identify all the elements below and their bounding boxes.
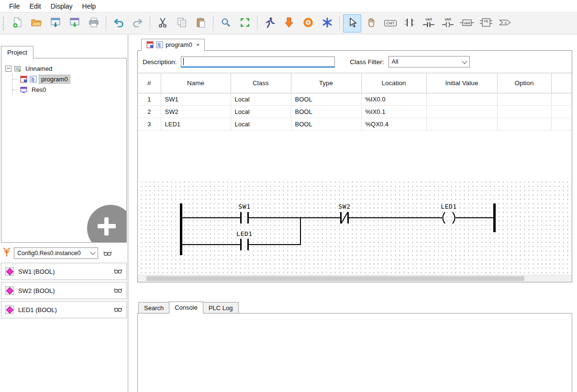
tab-program0[interactable]: program0 ×	[141, 39, 205, 51]
contact-sw2-label[interactable]: SW2	[339, 203, 351, 210]
connection-tool[interactable]: c	[496, 14, 514, 33]
debug-watch-icon[interactable]	[114, 287, 122, 294]
open-folder-icon	[31, 18, 42, 29]
description-label: Description:	[143, 58, 177, 66]
copy-button[interactable]	[173, 14, 191, 33]
horizontal-scrollbar[interactable]	[138, 275, 572, 282]
table-row[interactable]: 2 SW2 Local BOOL %IX0.1	[138, 106, 572, 118]
toolbar: CMT VAR VAR VAR FB c	[0, 12, 577, 34]
open-project-button[interactable]	[27, 14, 45, 33]
tree-item-res0-label[interactable]: Res0	[30, 86, 48, 94]
select-tool[interactable]	[343, 14, 361, 33]
coil-led1-label[interactable]: LED1	[441, 203, 456, 210]
description-row: Description: Class Filter: All	[138, 51, 572, 73]
contact-sw1[interactable]	[240, 212, 242, 224]
undo-button[interactable]	[110, 14, 128, 33]
column-header-class[interactable]: Class	[231, 73, 291, 93]
contact-led1[interactable]	[247, 239, 249, 250]
column-header-option[interactable]: Option	[497, 73, 551, 93]
tree-item-program0[interactable]: program0	[12, 74, 126, 84]
run-simulation-button[interactable]	[261, 14, 279, 33]
tab-console[interactable]: Console	[169, 302, 203, 314]
contact-led1-label[interactable]: LED1	[236, 230, 252, 237]
project-panel-tab[interactable]: Project	[1, 46, 33, 58]
cut-button[interactable]	[154, 14, 172, 33]
coil-led1[interactable]	[453, 212, 455, 224]
menu-display[interactable]: Display	[46, 1, 77, 11]
instance-selector[interactable]: Config0.Res0.instance0	[14, 247, 98, 259]
left-sidebar: Project Unnamed program0 Res0	[0, 34, 128, 392]
menu-file[interactable]: File	[5, 1, 24, 11]
toolbar-separator	[213, 16, 214, 31]
hand-icon	[366, 17, 376, 29]
contact-sw1-label[interactable]: SW1	[239, 203, 251, 210]
contact-led1[interactable]	[240, 239, 242, 250]
ladder-diagram-canvas[interactable]: SW1 SW2 LED1	[138, 179, 572, 275]
debug-variable-label: SW2 (BOOL)	[18, 287, 55, 294]
column-header-num[interactable]: #	[138, 73, 161, 93]
debug-variable-list: SW1 (BOOL) SW2 (BOOL) LED1 (BOOL)	[1, 263, 127, 320]
search-button[interactable]	[217, 14, 235, 33]
column-header-name[interactable]: Name	[161, 73, 231, 93]
variable-icon: VAR	[460, 19, 474, 28]
contact-sw1[interactable]	[247, 212, 249, 224]
column-header-location[interactable]: Location	[361, 73, 426, 93]
tab-search[interactable]: Search	[138, 302, 169, 314]
close-icon[interactable]: ×	[196, 42, 200, 48]
save-icon	[50, 17, 61, 29]
variable-tool[interactable]: VAR	[458, 14, 476, 33]
new-file-button[interactable]	[8, 14, 26, 33]
contact-tool[interactable]: VAR	[420, 14, 438, 33]
tree-root-label[interactable]: Unnamed	[23, 65, 54, 73]
debug-variable-row[interactable]: SW2 (BOOL)	[1, 282, 127, 299]
debug-watch-icon[interactable]	[114, 268, 122, 275]
variables-table: # Name Class Type Location Initial Value…	[138, 73, 572, 131]
menu-help[interactable]: Help	[78, 1, 100, 11]
debug-watch-icon[interactable]	[114, 306, 122, 314]
clean-button[interactable]	[318, 14, 336, 33]
left-power-rail[interactable]	[180, 203, 182, 255]
debug-watch-button[interactable]	[100, 247, 115, 259]
debug-variable-row[interactable]: SW1 (BOOL)	[1, 263, 127, 280]
debug-variable-row[interactable]: LED1 (BOOL)	[1, 301, 127, 318]
column-header-initial-value[interactable]: Initial Value	[426, 73, 497, 93]
horizontal-scrollbar-thumb[interactable]	[146, 276, 524, 281]
tab-plc-log[interactable]: PLC Log	[203, 302, 239, 314]
fit-zoom-button[interactable]	[236, 14, 254, 33]
column-header-type[interactable]: Type	[291, 73, 361, 93]
power-rail-tool[interactable]	[400, 14, 419, 33]
tree-item-program0-label[interactable]: program0	[39, 75, 70, 83]
copy-icon	[177, 17, 187, 29]
contact-sw2[interactable]	[347, 212, 349, 224]
redo-icon	[132, 18, 144, 29]
pan-tool[interactable]	[362, 14, 380, 33]
save-as-button[interactable]	[66, 14, 84, 33]
menu-edit[interactable]: Edit	[25, 1, 45, 11]
negation-slash	[341, 212, 348, 224]
table-row[interactable]: 3 LED1 Local BOOL %QX0.4	[138, 118, 572, 131]
tree-item-res0[interactable]: Res0	[12, 84, 126, 95]
tree-expander-icon[interactable]	[5, 66, 11, 72]
cursor-arrow-icon	[348, 17, 356, 29]
paste-button[interactable]	[192, 14, 210, 33]
right-power-rail[interactable]	[493, 203, 496, 232]
table-row[interactable]: 1 SW1 Local BOOL %IX0.0	[138, 93, 572, 106]
console-output[interactable]	[137, 313, 572, 392]
tree-root-row[interactable]: Unnamed	[5, 63, 126, 74]
tab-title: program0	[166, 41, 192, 48]
comment-tool[interactable]: CMT	[381, 14, 399, 33]
add-element-button[interactable]	[87, 205, 127, 243]
coil-tool[interactable]: VAR	[439, 14, 457, 33]
redo-button[interactable]	[129, 14, 147, 33]
transfer-button[interactable]	[280, 14, 298, 33]
contact-sw2[interactable]	[340, 212, 342, 224]
table-header-row: # Name Class Type Location Initial Value…	[138, 73, 572, 93]
function-block-tool[interactable]: FB	[477, 14, 495, 33]
print-button[interactable]	[85, 14, 103, 33]
editor-tab-bar: program0 ×	[137, 38, 572, 50]
connect-button[interactable]	[299, 14, 317, 33]
description-input[interactable]	[181, 56, 335, 67]
save-button[interactable]	[46, 14, 65, 33]
class-filter-select[interactable]: All	[388, 56, 470, 67]
coil-led1[interactable]	[443, 212, 445, 224]
